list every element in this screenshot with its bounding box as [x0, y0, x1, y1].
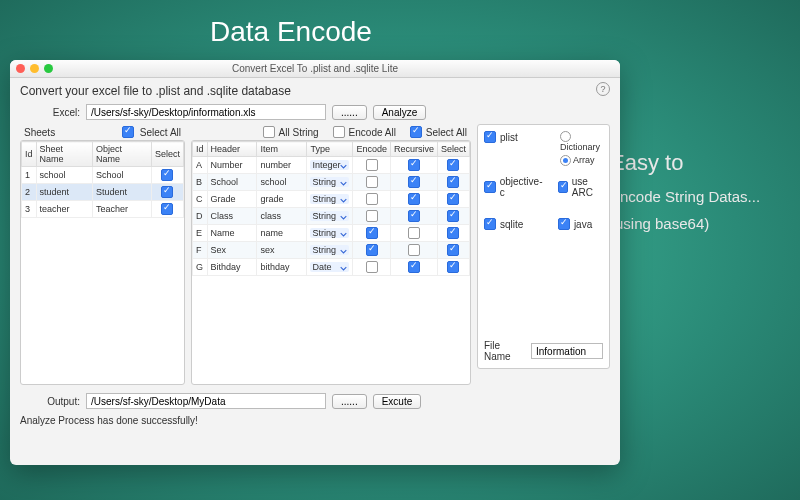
- sheets-pane: Sheets Select All Id Sheet Name Object N…: [20, 124, 185, 385]
- page-title: Data Encode: [210, 16, 372, 48]
- dictionary-radio[interactable]: [560, 131, 571, 142]
- row-select-checkbox[interactable]: [161, 203, 173, 215]
- row-recursive-checkbox[interactable]: [408, 210, 420, 222]
- table-row[interactable]: FSexsexString: [193, 242, 470, 259]
- cell-id: B: [193, 174, 208, 191]
- arc-checkbox[interactable]: [558, 181, 568, 193]
- row-recursive-checkbox[interactable]: [408, 261, 420, 273]
- row-select-checkbox[interactable]: [447, 227, 459, 239]
- all-string-checkbox[interactable]: [263, 126, 275, 138]
- chevron-down-icon[interactable]: [340, 196, 347, 203]
- hcol-item: Item: [257, 142, 307, 157]
- side-line3: (using base64): [610, 215, 790, 232]
- table-row[interactable]: 2studentStudent: [22, 184, 184, 201]
- titlebar: Convert Excel To .plist and .sqlite Lite: [10, 60, 620, 78]
- sheets-select-all-checkbox[interactable]: [122, 126, 134, 138]
- cell-item[interactable]: name: [257, 225, 307, 242]
- window-title: Convert Excel To .plist and .sqlite Lite: [10, 63, 620, 74]
- table-row[interactable]: GBithdaybithdayDate: [193, 259, 470, 276]
- array-radio[interactable]: [560, 155, 571, 166]
- cell-objectname[interactable]: School: [93, 167, 152, 184]
- subtitle: Convert your excel file to .plist and .s…: [20, 84, 610, 98]
- headers-table: Id Header Item Type Encode Recursive Sel…: [192, 141, 470, 276]
- row-encode-checkbox[interactable]: [366, 176, 378, 188]
- table-row[interactable]: ANumbernumberInteger: [193, 157, 470, 174]
- table-row[interactable]: 3teacherTeacher: [22, 201, 184, 218]
- table-row[interactable]: DClassclassString: [193, 208, 470, 225]
- table-row[interactable]: ENamenameString: [193, 225, 470, 242]
- row-select-checkbox[interactable]: [161, 169, 173, 181]
- excute-button[interactable]: Excute: [373, 394, 422, 409]
- hcol-header: Header: [207, 142, 257, 157]
- cell-type[interactable]: String: [307, 225, 353, 242]
- cell-objectname[interactable]: Student: [93, 184, 152, 201]
- chevron-down-icon[interactable]: [340, 264, 347, 271]
- excel-path-input[interactable]: [86, 104, 326, 120]
- plist-checkbox[interactable]: [484, 131, 496, 143]
- table-row[interactable]: BSchoolschoolString: [193, 174, 470, 191]
- cell-id: F: [193, 242, 208, 259]
- cell-item[interactable]: school: [257, 174, 307, 191]
- java-checkbox[interactable]: [558, 218, 570, 230]
- filename-input[interactable]: [531, 343, 603, 359]
- row-encode-checkbox[interactable]: [366, 193, 378, 205]
- row-encode-checkbox[interactable]: [366, 261, 378, 273]
- row-select-checkbox[interactable]: [447, 244, 459, 256]
- cell-type[interactable]: Integer: [307, 157, 353, 174]
- row-encode-checkbox[interactable]: [366, 244, 378, 256]
- row-recursive-checkbox[interactable]: [408, 176, 420, 188]
- row-encode-checkbox[interactable]: [366, 210, 378, 222]
- encode-all-checkbox[interactable]: [333, 126, 345, 138]
- cell-item[interactable]: bithday: [257, 259, 307, 276]
- help-button[interactable]: ?: [596, 82, 610, 96]
- row-select-checkbox[interactable]: [447, 176, 459, 188]
- headers-select-all-checkbox[interactable]: [410, 126, 422, 138]
- sheets-table: Id Sheet Name Object Name Select 1school…: [21, 141, 184, 218]
- cell-objectname[interactable]: Teacher: [93, 201, 152, 218]
- table-row[interactable]: 1schoolSchool: [22, 167, 184, 184]
- cell-id: C: [193, 191, 208, 208]
- cell-type[interactable]: String: [307, 242, 353, 259]
- cell-type[interactable]: String: [307, 208, 353, 225]
- row-recursive-checkbox[interactable]: [408, 227, 420, 239]
- chevron-down-icon[interactable]: [340, 179, 347, 186]
- cell-type[interactable]: Date: [307, 259, 353, 276]
- cell-sheetname: student: [36, 184, 92, 201]
- row-select-checkbox[interactable]: [447, 261, 459, 273]
- encode-all-label: Encode All: [349, 127, 396, 138]
- chevron-down-icon[interactable]: [340, 230, 347, 237]
- cell-header: Bithday: [207, 259, 257, 276]
- row-select-checkbox[interactable]: [161, 186, 173, 198]
- cell-item[interactable]: class: [257, 208, 307, 225]
- sqlite-checkbox[interactable]: [484, 218, 496, 230]
- row-encode-checkbox[interactable]: [366, 159, 378, 171]
- cell-item[interactable]: sex: [257, 242, 307, 259]
- cell-item[interactable]: number: [257, 157, 307, 174]
- cell-type[interactable]: String: [307, 174, 353, 191]
- output-path-input[interactable]: [86, 393, 326, 409]
- row-encode-checkbox[interactable]: [366, 227, 378, 239]
- cell-type[interactable]: String: [307, 191, 353, 208]
- chevron-down-icon[interactable]: [340, 162, 347, 169]
- cell-header: School: [207, 174, 257, 191]
- cell-id: A: [193, 157, 208, 174]
- analyze-button[interactable]: Analyze: [373, 105, 427, 120]
- row-recursive-checkbox[interactable]: [408, 244, 420, 256]
- browse-excel-button[interactable]: ......: [332, 105, 367, 120]
- row-select-checkbox[interactable]: [447, 210, 459, 222]
- table-row[interactable]: CGradegradeString: [193, 191, 470, 208]
- chevron-down-icon[interactable]: [340, 213, 347, 220]
- status-text: Analyze Process has done successfully!: [20, 415, 610, 426]
- cell-header: Grade: [207, 191, 257, 208]
- row-recursive-checkbox[interactable]: [408, 193, 420, 205]
- row-select-checkbox[interactable]: [447, 159, 459, 171]
- row-recursive-checkbox[interactable]: [408, 159, 420, 171]
- objc-checkbox[interactable]: [484, 181, 496, 193]
- cell-item[interactable]: grade: [257, 191, 307, 208]
- cell-header: Name: [207, 225, 257, 242]
- cell-header: Sex: [207, 242, 257, 259]
- chevron-down-icon[interactable]: [340, 247, 347, 254]
- browse-output-button[interactable]: ......: [332, 394, 367, 409]
- col-objectname: Object Name: [93, 142, 152, 167]
- row-select-checkbox[interactable]: [447, 193, 459, 205]
